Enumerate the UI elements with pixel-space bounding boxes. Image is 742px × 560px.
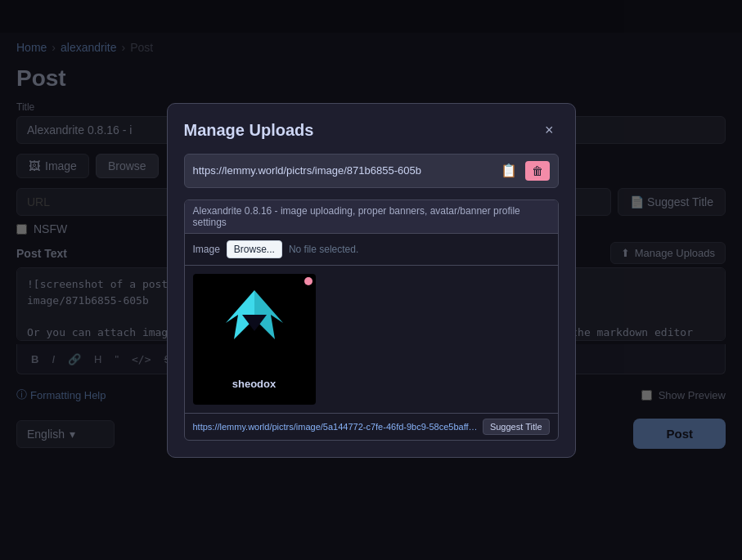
copy-url-button[interactable]: 📋 (497, 161, 520, 180)
url-copy-row: https://lemmy.world/pictrs/image/871b685… (184, 154, 559, 188)
image-thumbnail: sheodox (193, 274, 316, 405)
red-dot (304, 277, 313, 285)
inner-image-label: Image (193, 244, 220, 255)
modal-header: Manage Uploads × (184, 120, 559, 141)
inner-image-area: sheodox (185, 266, 558, 413)
inner-url-text: https://lemmy.world/pictrs/image/5a14477… (193, 422, 478, 432)
inner-no-file-text: No file selected. (289, 244, 358, 255)
modal-close-button[interactable]: × (540, 120, 559, 141)
inner-preview: Alexandrite 0.8.16 - image uploading, pr… (184, 199, 559, 441)
image-url-text: https://lemmy.world/pictrs/image/871b685… (193, 164, 492, 177)
modal-title: Manage Uploads (184, 121, 314, 140)
inner-suggest-button[interactable]: Suggest Title (483, 419, 550, 435)
sheodox-icon (218, 278, 291, 360)
inner-url-row: https://lemmy.world/pictrs/image/5a14477… (185, 413, 558, 440)
inner-browse-button[interactable]: Browse... (227, 240, 282, 258)
manage-uploads-modal: Manage Uploads × https://lemmy.world/pic… (167, 103, 576, 458)
inner-preview-title: Alexandrite 0.8.16 - image uploading, pr… (185, 200, 558, 234)
delete-image-button[interactable]: 🗑 (525, 161, 550, 181)
inner-upload-row: Image Browse... No file selected. (185, 234, 558, 266)
sheodox-brand-text: sheodox (232, 378, 276, 390)
modal-overlay[interactable]: Manage Uploads × https://lemmy.world/pic… (0, 0, 742, 560)
